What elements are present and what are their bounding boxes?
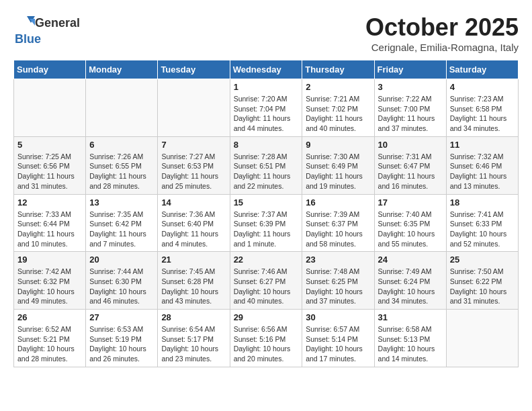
calendar-table: Sunday Monday Tuesday Wednesday Thursday… (13, 60, 519, 367)
logo-general: General (35, 16, 80, 30)
header-tuesday: Tuesday (158, 60, 230, 79)
day-number: 1 (234, 82, 299, 92)
day-info: Sunrise: 7:23 AMSunset: 6:58 PMDaylight:… (450, 94, 515, 134)
table-row: 2Sunrise: 7:21 AMSunset: 7:02 PMDaylight… (302, 79, 374, 137)
day-info: Sunrise: 7:39 AMSunset: 6:37 PMDaylight:… (306, 210, 370, 249)
day-number: 28 (161, 312, 226, 322)
day-number: 17 (378, 197, 443, 208)
day-number: 5 (17, 140, 82, 150)
table-row: 14Sunrise: 7:36 AMSunset: 6:40 PMDayligh… (158, 194, 230, 252)
day-number: 15 (234, 197, 299, 208)
calendar-week-row: 12Sunrise: 7:33 AMSunset: 6:44 PMDayligh… (14, 194, 519, 252)
day-number: 25 (450, 255, 515, 265)
table-row: 23Sunrise: 7:48 AMSunset: 6:25 PMDayligh… (302, 252, 374, 310)
day-info: Sunrise: 7:31 AMSunset: 6:47 PMDaylight:… (378, 152, 443, 191)
day-info: Sunrise: 7:41 AMSunset: 6:33 PMDaylight:… (450, 210, 515, 249)
table-row: 24Sunrise: 7:49 AMSunset: 6:24 PMDayligh… (374, 252, 446, 310)
table-row (446, 310, 518, 367)
day-info: Sunrise: 7:33 AMSunset: 6:44 PMDaylight:… (17, 210, 82, 249)
day-number: 27 (89, 312, 154, 322)
table-row: 22Sunrise: 7:46 AMSunset: 6:27 PMDayligh… (230, 252, 302, 310)
logo-icon (13, 13, 35, 32)
day-info: Sunrise: 7:48 AMSunset: 6:25 PMDaylight:… (306, 267, 370, 306)
table-row: 11Sunrise: 7:32 AMSunset: 6:46 PMDayligh… (446, 136, 518, 194)
day-number: 24 (378, 255, 443, 265)
day-number: 9 (306, 140, 370, 150)
day-number: 31 (378, 312, 443, 322)
title-area: October 2025 Cerignale, Emilia-Romagna, … (365, 13, 519, 53)
table-row: 31Sunrise: 6:58 AMSunset: 5:13 PMDayligh… (374, 310, 446, 367)
day-info: Sunrise: 6:56 AMSunset: 5:16 PMDaylight:… (234, 324, 299, 364)
table-row: 3Sunrise: 7:22 AMSunset: 7:00 PMDaylight… (374, 79, 446, 137)
table-row: 7Sunrise: 7:27 AMSunset: 6:53 PMDaylight… (158, 136, 230, 194)
day-info: Sunrise: 7:46 AMSunset: 6:27 PMDaylight:… (234, 267, 299, 306)
day-number: 4 (450, 82, 515, 92)
calendar-week-row: 5Sunrise: 7:25 AMSunset: 6:56 PMDaylight… (14, 136, 519, 194)
day-number: 22 (234, 255, 299, 265)
table-row: 8Sunrise: 7:28 AMSunset: 6:51 PMDaylight… (230, 136, 302, 194)
day-info: Sunrise: 7:32 AMSunset: 6:46 PMDaylight:… (450, 152, 515, 191)
day-number: 30 (306, 312, 370, 322)
table-row: 19Sunrise: 7:42 AMSunset: 6:32 PMDayligh… (14, 252, 86, 310)
day-info: Sunrise: 7:26 AMSunset: 6:55 PMDaylight:… (89, 152, 154, 191)
table-row: 1Sunrise: 7:20 AMSunset: 7:04 PMDaylight… (230, 79, 302, 137)
day-info: Sunrise: 7:36 AMSunset: 6:40 PMDaylight:… (161, 210, 226, 249)
day-info: Sunrise: 6:52 AMSunset: 5:21 PMDaylight:… (17, 324, 82, 364)
day-info: Sunrise: 7:20 AMSunset: 7:04 PMDaylight:… (234, 94, 299, 134)
location: Cerignale, Emilia-Romagna, Italy (365, 42, 519, 53)
day-info: Sunrise: 6:53 AMSunset: 5:19 PMDaylight:… (89, 324, 154, 364)
day-number: 3 (378, 82, 443, 92)
day-number: 18 (450, 197, 515, 208)
day-info: Sunrise: 7:35 AMSunset: 6:42 PMDaylight:… (89, 210, 154, 249)
day-number: 2 (306, 82, 370, 92)
table-row: 25Sunrise: 7:50 AMSunset: 6:22 PMDayligh… (446, 252, 518, 310)
table-row: 9Sunrise: 7:30 AMSunset: 6:49 PMDaylight… (302, 136, 374, 194)
table-row: 28Sunrise: 6:54 AMSunset: 5:17 PMDayligh… (158, 310, 230, 367)
day-number: 21 (161, 255, 226, 265)
table-row: 12Sunrise: 7:33 AMSunset: 6:44 PMDayligh… (14, 194, 86, 252)
day-number: 16 (306, 197, 370, 208)
month-title: October 2025 (365, 13, 519, 42)
table-row: 13Sunrise: 7:35 AMSunset: 6:42 PMDayligh… (86, 194, 158, 252)
header-thursday: Thursday (302, 60, 374, 79)
day-info: Sunrise: 7:44 AMSunset: 6:30 PMDaylight:… (89, 267, 154, 306)
svg-marker-1 (30, 19, 35, 26)
day-info: Sunrise: 7:45 AMSunset: 6:28 PMDaylight:… (161, 267, 226, 306)
day-info: Sunrise: 7:28 AMSunset: 6:51 PMDaylight:… (234, 152, 299, 191)
calendar-week-row: 1Sunrise: 7:20 AMSunset: 7:04 PMDaylight… (14, 79, 519, 137)
day-number: 6 (89, 140, 154, 150)
logo: General Blue (13, 13, 80, 46)
table-row (158, 79, 230, 137)
page-header: General Blue October 2025 Cerignale, Emi… (13, 13, 519, 53)
day-number: 20 (89, 255, 154, 265)
day-info: Sunrise: 7:42 AMSunset: 6:32 PMDaylight:… (17, 267, 82, 306)
table-row: 4Sunrise: 7:23 AMSunset: 6:58 PMDaylight… (446, 79, 518, 137)
day-info: Sunrise: 7:21 AMSunset: 7:02 PMDaylight:… (306, 94, 370, 134)
day-info: Sunrise: 7:40 AMSunset: 6:35 PMDaylight:… (378, 210, 443, 249)
table-row: 27Sunrise: 6:53 AMSunset: 5:19 PMDayligh… (86, 310, 158, 367)
table-row: 20Sunrise: 7:44 AMSunset: 6:30 PMDayligh… (86, 252, 158, 310)
weekday-header-row: Sunday Monday Tuesday Wednesday Thursday… (14, 60, 519, 79)
day-info: Sunrise: 7:22 AMSunset: 7:00 PMDaylight:… (378, 94, 443, 134)
table-row: 6Sunrise: 7:26 AMSunset: 6:55 PMDaylight… (86, 136, 158, 194)
day-number: 8 (234, 140, 299, 150)
table-row: 5Sunrise: 7:25 AMSunset: 6:56 PMDaylight… (14, 136, 86, 194)
table-row: 26Sunrise: 6:52 AMSunset: 5:21 PMDayligh… (14, 310, 86, 367)
day-info: Sunrise: 7:30 AMSunset: 6:49 PMDaylight:… (306, 152, 370, 191)
day-number: 10 (378, 140, 443, 150)
day-number: 23 (306, 255, 370, 265)
day-number: 12 (17, 197, 82, 208)
table-row: 21Sunrise: 7:45 AMSunset: 6:28 PMDayligh… (158, 252, 230, 310)
table-row: 10Sunrise: 7:31 AMSunset: 6:47 PMDayligh… (374, 136, 446, 194)
day-number: 19 (17, 255, 82, 265)
day-info: Sunrise: 7:37 AMSunset: 6:39 PMDaylight:… (234, 210, 299, 249)
day-number: 14 (161, 197, 226, 208)
logo-blue: Blue (15, 32, 41, 46)
day-number: 11 (450, 140, 515, 150)
header-wednesday: Wednesday (230, 60, 302, 79)
table-row: 16Sunrise: 7:39 AMSunset: 6:37 PMDayligh… (302, 194, 374, 252)
day-number: 26 (17, 312, 82, 322)
header-friday: Friday (374, 60, 446, 79)
header-monday: Monday (86, 60, 158, 79)
calendar-week-row: 19Sunrise: 7:42 AMSunset: 6:32 PMDayligh… (14, 252, 519, 310)
